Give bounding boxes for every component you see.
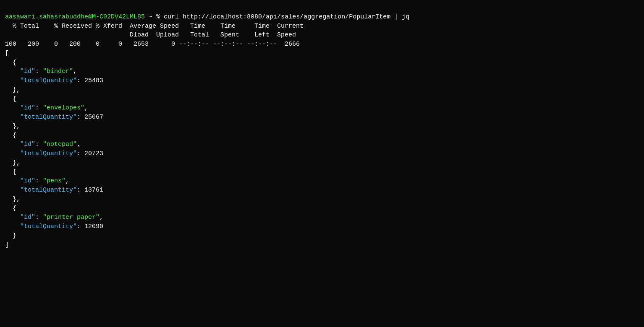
json-item-3: { "id": "notepad", "totalQuantity": 2072…	[5, 132, 103, 166]
command: curl http://localhost:8080/api/sales/agg…	[164, 13, 409, 21]
terminal-window: aasawari.sahasrabuddhe@M-C02DV42LML85 ~ …	[5, 3, 639, 249]
json-open-bracket: [	[5, 50, 9, 57]
prompt-symbol: ~ %	[145, 13, 164, 21]
username: aasawari.sahasrabuddhe@M-C02DV42LML85	[5, 13, 145, 21]
curl-header-1: % Total % Received % Xferd Average Speed…	[5, 23, 304, 48]
prompt-line: aasawari.sahasrabuddhe@M-C02DV42LML85 ~ …	[5, 13, 409, 21]
json-item-5: { "id": "printer paper", "totalQuantity"…	[5, 205, 103, 239]
json-item-4: { "id": "pens", "totalQuantity": 13761 }…	[5, 169, 103, 203]
json-close-bracket: ]	[5, 241, 9, 249]
json-item-2: { "id": "envelopes", "totalQuantity": 25…	[5, 96, 103, 130]
json-item-1: { "id": "binder", "totalQuantity": 25483…	[5, 59, 103, 93]
